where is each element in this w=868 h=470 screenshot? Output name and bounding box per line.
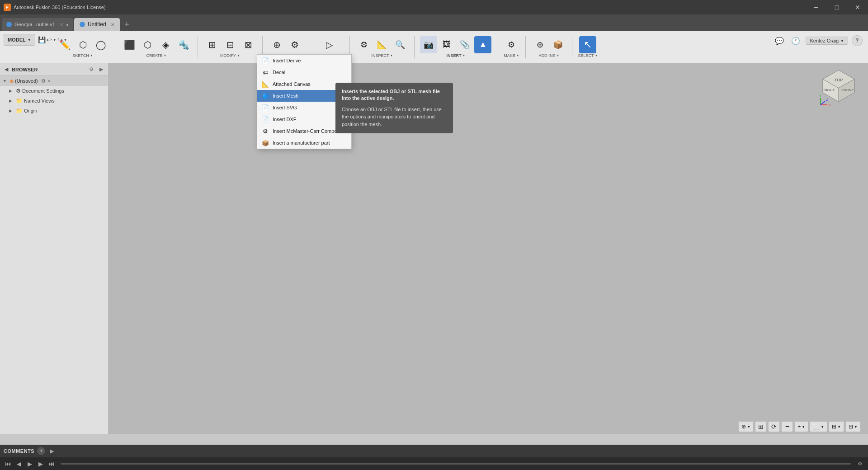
inspect-btn-3[interactable]: 🔍 [392, 36, 409, 53]
dd-manufacturer-label: Insert a manufacturer part [273, 140, 330, 146]
canvas-viewport[interactable]: TOP FRONT RIGHT X Y Z [108, 63, 868, 434]
dd-insert-manufacturer[interactable]: 📦 Insert a manufacturer part [257, 137, 351, 149]
dd-mesh-label: Insert Mesh [273, 93, 298, 99]
construct-btn-1[interactable]: ▷ [321, 36, 338, 53]
dd-insert-derive[interactable]: 📄 Insert Derive [257, 55, 351, 66]
tree-named-views[interactable]: ▶ 📁 Named Views [0, 96, 108, 106]
insert-btn-1[interactable]: 📷 [420, 36, 437, 53]
sketch-btn-3[interactable]: ◯ [92, 36, 109, 53]
display-mode-2[interactable]: ⊞▼ [829, 421, 844, 432]
pb-step-start[interactable]: ⏮ [4, 459, 13, 468]
svg-text:Z: Z [826, 98, 828, 102]
pb-step-back[interactable]: ◀ [14, 459, 24, 468]
modify-btn-2[interactable]: ⊟ [222, 36, 239, 53]
tree-root-badge[interactable]: ⚙ [41, 78, 46, 84]
tree-named-views-expand: ▶ [9, 99, 14, 103]
tree-origin[interactable]: ▶ 📁 Origin [0, 106, 108, 116]
minimize-button[interactable]: ─ [806, 0, 826, 14]
orbit-btn[interactable]: ⟳ [768, 421, 780, 432]
user-label: Kentez Craig [810, 38, 839, 43]
tree-named-views-icon: 📁 [16, 98, 23, 104]
select-btn-1[interactable]: ↖ [579, 36, 596, 53]
app-icon: F [4, 4, 11, 11]
save-button[interactable]: 💾 [38, 34, 46, 46]
pb-settings-btn[interactable]: ⚙ [855, 459, 864, 468]
select-section: ↖ SELECT▼ [576, 35, 599, 59]
view-cube[interactable]: TOP FRONT RIGHT X Y Z [818, 68, 859, 108]
statusbar: COMMENTS + ▶ [0, 445, 868, 457]
addins-btn-2[interactable]: 📦 [549, 36, 566, 53]
tab-georgie[interactable]: Georgia...ouble v1 ✕ ● [2, 18, 73, 31]
pb-step-end[interactable]: ⏭ [47, 459, 56, 468]
dd-mesh-icon: 🔷 [262, 92, 269, 99]
tabbar: Georgia...ouble v1 ✕ ● Untitled ✕ + [0, 14, 868, 31]
pb-timeline[interactable] [61, 463, 851, 465]
dd-derive-icon: 📄 [262, 57, 269, 64]
tab-untitled[interactable]: Untitled ✕ [74, 18, 120, 31]
maximize-button[interactable]: □ [826, 0, 847, 14]
modify-btn-1[interactable]: ⊞ [203, 36, 221, 53]
comments-add-btn[interactable]: + [37, 447, 45, 455]
close-button[interactable]: ✕ [847, 0, 868, 14]
clock-icon[interactable]: 🕐 [789, 34, 802, 47]
snap-btn[interactable]: ⊕▼ [738, 421, 754, 432]
comments-button[interactable]: COMMENTS [4, 448, 34, 454]
toolbar-div-2 [198, 36, 198, 58]
help-button[interactable]: ? [852, 35, 863, 46]
create-btn-1[interactable]: ⬛ [121, 36, 138, 53]
zoom-out-btn[interactable]: − [781, 421, 793, 432]
comments-expand-btn[interactable]: ▶ [48, 447, 56, 455]
undo-button[interactable]: ↩ [47, 34, 52, 46]
display-mode-3[interactable]: ⊟▼ [845, 421, 861, 432]
playback-bar: ⏮ ◀ ▶ ▶ ⏭ ⚙ [0, 457, 868, 470]
pb-play[interactable]: ▶ [25, 459, 34, 468]
svg-text:FRONT: FRONT [841, 88, 854, 92]
new-tab-button[interactable]: + [121, 18, 133, 31]
svg-text:RIGHT: RIGHT [824, 88, 835, 92]
tree-doc-settings[interactable]: ▶ ⚙ Document Settings [0, 86, 108, 96]
create-btn-3[interactable]: ◈ [157, 36, 174, 53]
display-mode-1[interactable]: ⬜▼ [810, 421, 827, 432]
chat-icon[interactable]: 💬 [773, 34, 786, 47]
insert-btn-3[interactable]: 📎 [456, 36, 473, 53]
zoom-in-btn[interactable]: +▼ [794, 421, 808, 432]
insert-btn-4[interactable]: ▲ [474, 36, 491, 53]
browser-toolbar: ◀ BROWSER ⚙ ▶ [0, 63, 108, 76]
dd-decal[interactable]: 🏷 Decal [257, 66, 351, 78]
addins-btn-1[interactable]: ⊕ [531, 36, 548, 53]
tab-untitled-icon [80, 22, 85, 27]
tree-origin-label: Origin [24, 108, 37, 113]
inspect-btn-2[interactable]: 📐 [373, 36, 391, 53]
tab-untitled-label: Untitled [88, 21, 106, 28]
insert-btn-2[interactable]: 🖼 [438, 36, 455, 53]
browser-collapse-btn[interactable]: ◀ [3, 66, 10, 73]
sketch-btn-2[interactable]: ⬡ [74, 36, 91, 53]
browser-expand-btn[interactable]: ▶ [97, 66, 105, 74]
modify-btn-3[interactable]: ⊠ [240, 36, 257, 53]
window-controls: ─ □ ✕ [806, 0, 868, 14]
tree-doc-expand: ▶ [9, 89, 14, 93]
undo-arrow[interactable]: ▼ [53, 34, 57, 46]
inspect-btn-1[interactable]: ⚙ [355, 36, 373, 53]
pb-step-fwd[interactable]: ▶ [36, 459, 45, 468]
create-btn-2[interactable]: ⬡ [139, 36, 156, 53]
redo-button[interactable]: ↪ [57, 34, 63, 46]
make-btn-1[interactable]: ⚙ [503, 36, 520, 53]
insert-label[interactable]: INSERT▼ [446, 53, 465, 58]
tree-root-item[interactable]: ▼ ◈ (Unsaved) ⚙ ● [0, 76, 108, 86]
tree-doc-label: Document Settings [22, 88, 64, 94]
create-section: ⬛ ⬡ ◈ 🔩 CREATE▼ [119, 35, 194, 59]
assemble-btn-2[interactable]: ⚙ [286, 36, 303, 53]
browser-settings-btn[interactable]: ⚙ [87, 66, 95, 74]
topright-area: 💬 🕐 Kentez Craig ▼ ? [773, 34, 863, 47]
toolbar-div-8 [525, 36, 526, 58]
redo-arrow[interactable]: ▼ [64, 34, 67, 46]
user-menu[interactable]: Kentez Craig ▼ [806, 37, 848, 45]
model-selector[interactable]: MODEL ▼ [4, 34, 35, 46]
tab-georgie-close[interactable]: ✕ [60, 22, 63, 27]
assemble-btn-1[interactable]: ⊕ [268, 36, 285, 53]
modify-label: MODIFY▼ [220, 53, 240, 58]
tab-untitled-close[interactable]: ✕ [111, 22, 114, 27]
grid-btn[interactable]: ⊞ [755, 421, 767, 432]
create-btn-4[interactable]: 🔩 [175, 36, 192, 53]
